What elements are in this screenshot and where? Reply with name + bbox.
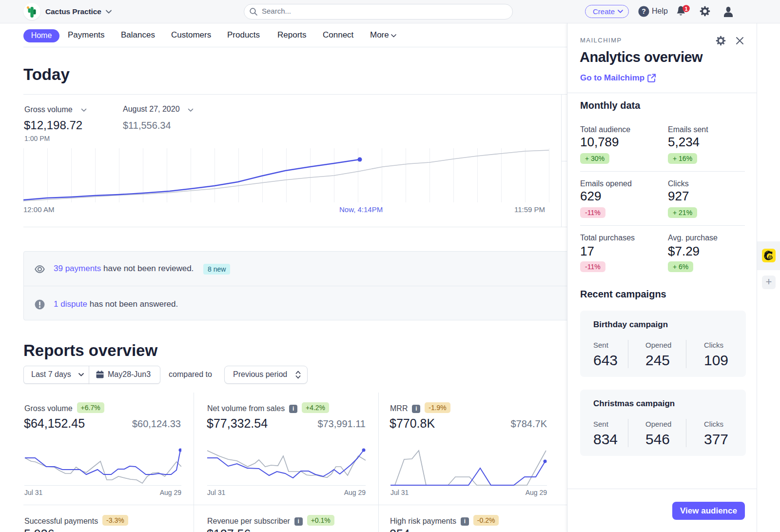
svg-text:?: ? (642, 7, 646, 15)
svg-text:1: 1 (684, 6, 687, 12)
